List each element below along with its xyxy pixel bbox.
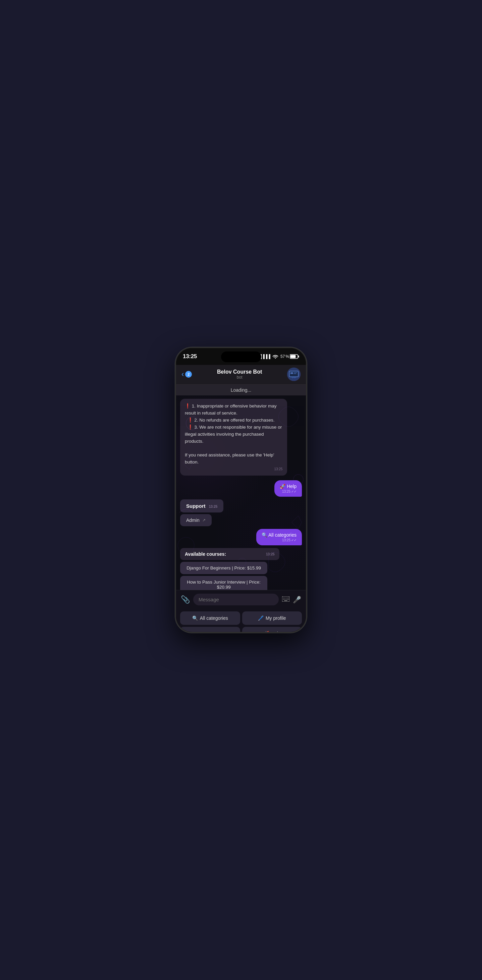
admin-label: Admin [186, 517, 200, 523]
status-icons: ▐▐▐▐ 57 % [259, 354, 299, 360]
quick-faq-button[interactable]: 🤝 FAQ [180, 627, 240, 633]
courses-title: Available courses: [185, 551, 226, 557]
notification-badge: 2 [185, 371, 192, 378]
svg-rect-26 [287, 599, 288, 600]
dynamic-island [221, 352, 261, 362]
loading-bar: Loading... [176, 385, 306, 395]
admin-button[interactable]: Admin ↗ [180, 514, 212, 526]
course-junior-button[interactable]: How to Pass Junior Interview | Price: $2… [180, 576, 267, 590]
svg-rect-20 [286, 598, 286, 598]
header-center: Belov Course Bot bot [217, 369, 262, 380]
bot-avatar[interactable] [287, 368, 301, 381]
my-profile-emoji: 🖊️ [258, 616, 264, 621]
faq-label: FAQ [209, 631, 219, 633]
svg-rect-21 [287, 598, 288, 598]
back-arrow-icon[interactable]: ‹ [181, 370, 184, 379]
phone-frame: 13:25 ▐▐▐▐ 57 % [175, 347, 307, 633]
svg-rect-28 [284, 600, 288, 601]
allcat-text: 🔍 All categories [262, 532, 296, 538]
mic-icon[interactable]: 🎤 [293, 596, 301, 604]
rules-text: ❗ 1. Inappropriate or offensive behavior… [185, 403, 282, 466]
keyboard-icon[interactable] [282, 596, 290, 603]
all-categories-emoji: 🔍 [192, 616, 198, 621]
chat-title: Belov Course Bot [217, 369, 262, 375]
svg-rect-9 [291, 377, 296, 378]
svg-rect-23 [283, 599, 284, 600]
help-time: 13:25 [282, 490, 291, 493]
allcat-bubble: 🔍 All categories 13:25 ✓✓ [256, 529, 302, 545]
help-bubble: 🚀 Help 13:25 ✓✓ [274, 480, 302, 497]
svg-rect-22 [288, 598, 289, 598]
status-bar: 13:25 ▐▐▐▐ 57 % [176, 348, 306, 365]
available-courses-header: Available courses: 13:25 [180, 548, 279, 560]
faq-emoji: 🤝 [202, 631, 207, 633]
bottom-buttons: 🔍 All categories 🖊️ My profile 🤝 FAQ 🚀 H… [176, 609, 306, 633]
svg-rect-6 [291, 372, 293, 374]
svg-rect-27 [288, 599, 289, 600]
courses-message: Available courses: 13:25 Django For Begi… [180, 548, 302, 590]
help-message: 🚀 Help 13:25 ✓✓ [180, 480, 302, 497]
rules-time: 13:25 [274, 466, 282, 472]
chat-header: ‹ 2 Belov Course Bot bot [176, 365, 306, 385]
input-area: 📎 🎤 [176, 590, 306, 609]
loading-text: Loading... [231, 387, 251, 393]
chat-area[interactable]: ❗ 1. Inappropriate or offensive behavior… [176, 395, 306, 590]
wifi-icon [272, 354, 278, 360]
my-profile-label: My profile [266, 616, 286, 621]
rules-message: ❗ 1. Inappropriate or offensive behavior… [180, 399, 302, 477]
svg-rect-8 [294, 373, 296, 374]
svg-rect-12 [292, 379, 296, 379]
all-categories-label: All categories [200, 616, 228, 621]
svg-rect-7 [294, 372, 297, 373]
quick-my-profile-button[interactable]: 🖊️ My profile [242, 611, 302, 625]
message-input[interactable] [193, 593, 279, 605]
status-time: 13:25 [183, 353, 197, 360]
help-checkmarks: ✓✓ [291, 490, 296, 493]
svg-rect-25 [286, 599, 286, 600]
chat-subtitle: bot [217, 375, 262, 380]
external-link-icon: ↗ [202, 518, 205, 523]
svg-rect-24 [285, 599, 285, 600]
svg-rect-19 [285, 598, 285, 598]
quick-help-button[interactable]: 🚀 Help [242, 627, 302, 633]
svg-rect-1 [298, 355, 299, 358]
svg-rect-18 [283, 598, 284, 598]
course-django-button[interactable]: Django For Beginners | Price: $15.99 [180, 562, 267, 574]
allcat-checkmarks: ✓✓ [291, 538, 296, 542]
support-message: Support 13:25 Admin ↗ [180, 500, 302, 526]
header-back-area[interactable]: ‹ 2 [181, 370, 192, 379]
attach-icon[interactable]: 📎 [181, 595, 190, 604]
support-button: Support 13:25 [180, 500, 223, 512]
quick-all-categories-button[interactable]: 🔍 All categories [180, 611, 240, 625]
battery-icon: 57 % [280, 354, 299, 359]
courses-time: 13:25 [266, 552, 275, 556]
help-emoji: 🚀 [263, 631, 269, 633]
rules-bubble: ❗ 1. Inappropriate or offensive behavior… [180, 399, 287, 476]
help-text: 🚀 Help [280, 484, 296, 489]
allcat-message: 🔍 All categories 13:25 ✓✓ [180, 529, 302, 545]
svg-rect-10 [293, 378, 293, 379]
help-label: Help [271, 631, 281, 633]
svg-rect-2 [291, 355, 296, 358]
svg-rect-11 [294, 378, 295, 379]
allcat-time: 13:25 [282, 538, 291, 542]
